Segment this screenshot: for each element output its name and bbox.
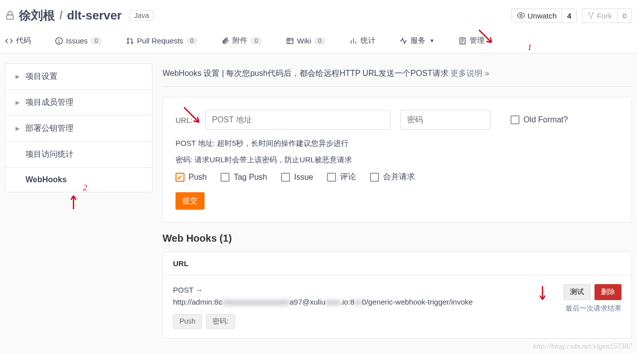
last-result-link[interactable]: 最后一次请求结果 [566, 304, 622, 313]
svg-point-2 [588, 12, 590, 13]
fork-button[interactable]: Fork 0 [582, 8, 632, 23]
checkbox-issue[interactable]: Issue [281, 172, 313, 182]
hook-row: POST → http://admin:8cxxxxxxxxxxxxxxxxxx… [163, 275, 632, 338]
nav-tabs: 代码 Issues 0 Pull Requests 0 附件 0 Wiki 0 … [0, 28, 637, 53]
svg-point-4 [590, 17, 591, 18]
hooks-list-title: Web Hooks (1) [162, 233, 632, 244]
sidebar-item-members[interactable]: ▶项目成员管理 [6, 90, 152, 116]
checkbox-icon [327, 173, 336, 182]
caret-right-icon: ▶ [16, 73, 20, 80]
page-header: WebHooks 设置 | 每次您push代码后，都会给远程HTTP URL发送… [162, 63, 632, 87]
password-input[interactable] [400, 110, 490, 130]
issue-icon [55, 37, 63, 45]
checkbox-push[interactable]: Push [176, 172, 206, 182]
checkbox-mr[interactable]: 合并请求 [370, 172, 415, 182]
repo-owner[interactable]: 徐刘根 [19, 8, 55, 22]
test-button[interactable]: 测试 [564, 284, 590, 300]
issues-count: 0 [90, 37, 102, 45]
submit-button[interactable]: 提交 [176, 192, 204, 210]
svg-rect-0 [6, 15, 13, 19]
repo-header: 徐刘根 / dlt-server Java Unwatch 4 Fork 0 [0, 0, 637, 28]
checkbox-icon [370, 173, 379, 182]
sidebar-item-webhooks[interactable]: WebHooks [6, 168, 152, 192]
repo-name[interactable]: dlt-server [67, 8, 122, 22]
repo-sep: / [60, 8, 63, 22]
tab-wiki[interactable]: Wiki 0 [286, 36, 326, 45]
old-format-checkbox[interactable]: Old Format? [510, 115, 568, 124]
sidebar: ▶项目设置 ▶项目成员管理 ▶部署公钥管理 项目访问统计 WebHooks [5, 63, 152, 192]
fork-icon [588, 12, 594, 19]
eye-icon [517, 11, 525, 19]
checkbox-icon [510, 115, 520, 124]
svg-point-10 [132, 42, 133, 43]
watermark: http://blog.csdn.net/xlgen157387 [533, 342, 632, 351]
url-label: URL: [176, 116, 196, 124]
help-pwd: 密码: 请求URL时会带上该密码，防止URL被恶意请求 [176, 155, 619, 165]
tab-issues[interactable]: Issues 0 [55, 36, 102, 45]
tab-pr[interactable]: Pull Requests 0 [126, 36, 198, 45]
more-info-link[interactable]: 更多说明 » [450, 69, 489, 77]
main-content: WebHooks 设置 | 每次您push代码后，都会给远程HTTP URL发送… [162, 63, 632, 343]
caret-right-icon: ▶ [16, 99, 20, 106]
tab-code[interactable]: 代码 [5, 36, 31, 45]
hooks-table-header: URL [163, 252, 632, 275]
svg-point-9 [128, 42, 129, 43]
checkbox-icon [281, 173, 290, 182]
watch-count: 4 [562, 9, 576, 22]
pulse-icon [400, 37, 408, 45]
sidebar-item-access-stats[interactable]: 项目访问统计 [6, 142, 152, 168]
pr-count: 0 [186, 37, 198, 45]
repo-title-group: 徐刘根 / dlt-server Java [5, 7, 154, 23]
tab-stats[interactable]: 统计 [350, 36, 376, 45]
hooks-table: URL POST → http://admin:8cxxxxxxxxxxxxxx… [162, 252, 632, 339]
wiki-count: 0 [314, 37, 326, 45]
svg-point-8 [128, 38, 129, 39]
webhook-form: URL: Old Format? POST 地址: 超时5秒，长时间的操作建议您… [162, 97, 632, 223]
manage-icon [458, 37, 466, 45]
stats-icon [350, 37, 358, 45]
hook-url: POST → http://admin:8cxxxxxxxxxxxxxxxxxx… [173, 284, 522, 308]
svg-point-3 [592, 12, 593, 13]
wiki-icon [286, 37, 294, 45]
checkbox-tag-push[interactable]: Tag Push [220, 172, 267, 182]
svg-rect-11 [287, 38, 293, 43]
lock-icon [5, 9, 15, 21]
tab-attach[interactable]: 附件 0 [222, 36, 262, 45]
url-input[interactable] [206, 110, 390, 130]
sidebar-item-deploy-keys[interactable]: ▶部署公钥管理 [6, 116, 152, 142]
fork-count: 0 [617, 9, 632, 22]
checkbox-comment[interactable]: 评论 [327, 172, 356, 182]
pr-icon [126, 37, 134, 45]
tab-manage[interactable]: 管理 [458, 36, 484, 45]
help-post: POST 地址: 超时5秒，长时间的操作建议您异步进行 [176, 139, 619, 148]
code-icon [5, 37, 13, 45]
caret-down-icon: ▼ [430, 38, 434, 43]
svg-point-1 [520, 14, 522, 16]
caret-right-icon: ▶ [16, 125, 20, 132]
attach-icon [222, 37, 230, 45]
tab-services[interactable]: 服务 ▼ [400, 36, 434, 45]
delete-button[interactable]: 删除 [594, 284, 622, 300]
unwatch-button[interactable]: Unwatch 4 [512, 8, 577, 23]
checkbox-icon [220, 173, 230, 182]
sidebar-item-project-settings[interactable]: ▶项目设置 [6, 64, 152, 90]
svg-point-7 [58, 42, 59, 42]
language-badge: Java [130, 10, 154, 21]
checkbox-icon [176, 173, 184, 182]
attach-count: 0 [250, 37, 262, 45]
hook-tag-password: 密码: [206, 314, 235, 329]
hook-tag-push: Push [173, 314, 202, 329]
